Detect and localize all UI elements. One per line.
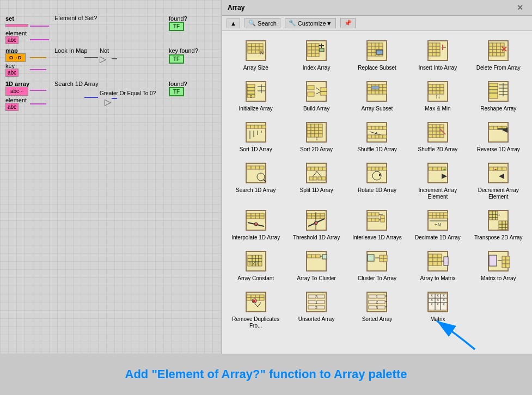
search-desc: Search 1D Array: [54, 81, 99, 87]
palette-item-transpose-2d-array[interactable]: →Transpose 2D Array: [469, 205, 528, 244]
palette-item-unsorted-array[interactable]: 312Unsorted Array: [287, 287, 345, 332]
search-button[interactable]: 🔍 Search: [244, 18, 280, 28]
svg-rect-242: [498, 167, 502, 170]
svg-rect-50: [432, 43, 436, 46]
svg-text:÷N: ÷N: [435, 222, 441, 227]
palette-item-reverse-1d-array[interactable]: Reverse 1D Array: [469, 117, 528, 156]
svg-rect-57: [436, 50, 440, 53]
palette-item-interpolate-1d-array[interactable]: Interpolate 1D Array: [227, 205, 285, 244]
svg-rect-52: [429, 46, 432, 50]
svg-rect-198: [488, 122, 508, 142]
svg-rect-168: [368, 126, 371, 129]
palette-item-initialize-array[interactable]: 0Initialize Array: [227, 76, 285, 115]
customize-button[interactable]: 🔧 Customize▼: [285, 18, 336, 28]
svg-text:→: →: [496, 212, 501, 218]
svg-rect-25: [311, 53, 315, 57]
palette-item-interleave-1d-arrays[interactable]: Interleave 1D Arrays: [348, 205, 406, 244]
palette-item-reshape-array[interactable]: Reshape Array: [469, 76, 528, 115]
svg-rect-254: [260, 216, 264, 219]
palette-item-split-1d-array[interactable]: Split 1D Array: [287, 158, 345, 203]
palette-item-max-min[interactable]: ↑↓Max & Min: [408, 76, 467, 115]
array-to-matrix-icon: [425, 249, 450, 274]
svg-rect-172: [383, 126, 387, 129]
palette-item-array-size[interactable]: NArray Size: [227, 35, 285, 74]
palette-item-array-constant[interactable]: 123Array Constant: [227, 246, 285, 285]
palette-item-array-subset[interactable]: Array Subset: [348, 76, 406, 115]
svg-rect-140: [247, 125, 250, 128]
svg-rect-353: [260, 295, 264, 298]
palette-item-array-to-cluster[interactable]: Array To Cluster: [287, 246, 345, 285]
svg-rect-37: [375, 46, 379, 50]
palette-title: Array ✕: [222, 0, 532, 16]
array-constant-icon: 123: [243, 249, 268, 274]
svg-rect-152: [315, 124, 319, 127]
svg-rect-279: [381, 219, 384, 222]
palette-item-index-array[interactable]: Index Array: [287, 35, 345, 74]
palette-label-array-size: Array Size: [243, 65, 268, 71]
palette-item-delete-from-array[interactable]: Delete From Array: [469, 35, 528, 74]
svg-rect-16: [311, 44, 315, 47]
svg-rect-329: [429, 254, 433, 258]
canvas-area: set Element of Set? found? TF element ab…: [0, 0, 221, 354]
svg-text:3: 3: [255, 261, 258, 266]
palette-item-remove-duplicates[interactable]: Remove Duplicates Fro...: [227, 287, 285, 332]
palette-item-cluster-to-array[interactable]: Cluster To Array: [348, 246, 406, 285]
transpose-2d-icon: →: [486, 208, 511, 233]
palette-item-shuffle-1d-array[interactable]: Shuffle 1D Array: [348, 117, 406, 156]
palette-item-rotate-1d-array[interactable]: Rotate 1D Array: [348, 158, 406, 203]
svg-rect-4: [259, 44, 263, 47]
palette-item-replace-subset[interactable]: Replace Subset: [348, 35, 406, 74]
svg-rect-251: [247, 216, 251, 219]
svg-rect-250: [260, 213, 264, 216]
close-button[interactable]: ✕: [513, 2, 527, 13]
svg-rect-54: [436, 46, 440, 50]
svg-rect-331: [437, 254, 442, 258]
svg-rect-157: [319, 127, 322, 131]
pin-button[interactable]: 📌: [340, 18, 356, 28]
wire: [30, 103, 46, 104]
not-icon: ▷: [100, 54, 106, 64]
palette-item-decrement-array-element[interactable]: -Decrement Array Element: [469, 158, 528, 203]
palette-item-shuffle-2d-array[interactable]: Shuffle 2D Array: [408, 117, 467, 156]
svg-rect-15: [308, 44, 311, 47]
palette-item-sort-2d-array[interactable]: ↕Sort 2D Array: [287, 117, 345, 156]
svg-rect-344: [506, 256, 510, 260]
palette-item-sort-1d-array[interactable]: Sort 1D Array: [227, 117, 285, 156]
palette-label-array-to-cluster: Array To Cluster: [297, 275, 336, 282]
svg-rect-339: [444, 257, 448, 266]
svg-rect-337: [437, 262, 442, 266]
svg-rect-315: [307, 251, 326, 271]
svg-rect-283: [436, 213, 440, 215]
palette-label-delete-from-array: Delete From Array: [476, 65, 521, 71]
palette-item-build-array[interactable]: Build Array: [287, 76, 345, 115]
svg-rect-26: [315, 53, 319, 57]
up-button[interactable]: ▲: [227, 18, 240, 28]
svg-rect-76: [489, 53, 493, 56]
palette-item-insert-into-array[interactable]: Insert Into Array: [408, 35, 467, 74]
svg-rect-326: [380, 258, 383, 262]
svg-text:x: x: [443, 293, 445, 297]
palette-item-array-to-matrix[interactable]: Array to Matrix: [408, 246, 467, 285]
svg-rect-196: [440, 134, 444, 138]
sorted-array-icon: 123: [364, 289, 389, 314]
array-to-cluster-icon: [304, 249, 329, 274]
palette-item-sorted-array[interactable]: 123Sorted Array: [348, 287, 406, 332]
svg-rect-281: [429, 213, 432, 215]
svg-rect-170: [375, 126, 379, 129]
search-1d-icon: [243, 161, 268, 186]
svg-rect-117: [432, 84, 436, 88]
svg-text:↑↓: ↑↓: [435, 94, 441, 100]
palette-item-search-1d-array[interactable]: Search 1D Array: [227, 158, 285, 203]
element-wire-1: abc: [5, 36, 19, 44]
svg-text:2: 2: [315, 305, 318, 310]
svg-rect-47: [376, 50, 383, 54]
palette-item-matrix-to-array[interactable]: Matrix to Array: [469, 246, 528, 285]
palette-item-decimate-1d-array[interactable]: ÷NDecimate 1D Array: [408, 205, 467, 244]
palette-item-threshold-1d-array[interactable]: Threshold 1D Array: [287, 205, 345, 244]
svg-rect-39: [368, 50, 371, 53]
svg-rect-234: [433, 167, 437, 170]
reshape-array-icon: [486, 79, 511, 104]
matrix-to-array-icon: [486, 249, 511, 274]
palette-item-increment-array-element[interactable]: +Increment Array Element: [408, 158, 467, 203]
svg-rect-247: [247, 213, 251, 216]
